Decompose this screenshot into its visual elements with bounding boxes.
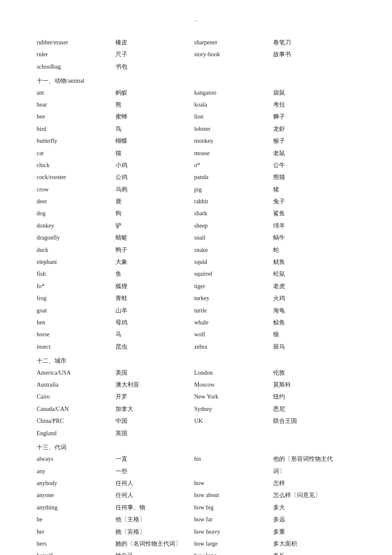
english-term: elephant <box>34 256 113 268</box>
chinese-translation: 大象 <box>113 256 192 268</box>
table-row: bird鸟lobster龙虾 <box>34 123 358 135</box>
english-term-2: whale <box>192 317 271 329</box>
table-row: chick小鸡o*公牛 <box>34 159 358 171</box>
english-term-2: shark <box>192 208 271 220</box>
chinese-translation: 鱼 <box>113 268 192 280</box>
page-number-top: - <box>34 17 358 24</box>
english-term: Cairo <box>34 391 113 403</box>
table-row: fish鱼squirrel松鼠 <box>34 268 358 280</box>
english-term-2: how <box>192 477 271 489</box>
chinese-translation-2 <box>271 61 358 73</box>
english-term: cat <box>34 147 113 159</box>
chinese-translation-2: 公牛 <box>271 159 358 171</box>
english-term-2: lobster <box>192 123 271 135</box>
chinese-translation: 她自己 <box>113 550 192 555</box>
chinese-translation-2: 龙虾 <box>271 123 358 135</box>
english-term: always <box>34 453 113 465</box>
english-term: butterfly <box>34 135 113 147</box>
table-row: Australia澳大利亚Moscow莫斯科 <box>34 379 358 391</box>
chinese-translation: 山羊 <box>113 305 192 317</box>
chinese-translation: 澳大利亚 <box>113 379 192 391</box>
english-term: hers <box>34 538 113 550</box>
english-term-2 <box>192 465 271 477</box>
english-term: dog <box>34 208 113 220</box>
english-term-2: how far <box>192 514 271 526</box>
chinese-translation-2: 多远 <box>271 514 358 526</box>
table-row: any一些词〕 <box>34 465 358 477</box>
chinese-translation-2: 猴子 <box>271 135 358 147</box>
english-term: anything <box>34 502 113 514</box>
chinese-translation-2: 海龟 <box>271 305 358 317</box>
chinese-translation: 鹿 <box>113 196 192 208</box>
english-term: goat <box>34 305 113 317</box>
chinese-translation-2: 兔子 <box>271 196 358 208</box>
table-row: butterfly蝴蝶monkey猴子 <box>34 135 358 147</box>
english-term: Canada/CAN <box>34 403 113 415</box>
english-term-2: how large <box>192 538 271 550</box>
chinese-translation: 马 <box>113 329 192 341</box>
chinese-translation: 鸭子 <box>113 244 192 256</box>
english-term-2: how long <box>192 550 271 555</box>
english-term: America/USA <box>34 367 113 379</box>
english-term: herself <box>34 550 113 555</box>
chinese-translation: 中国 <box>113 415 192 427</box>
chinese-translation-2: 鱿鱼 <box>271 256 358 268</box>
chinese-translation-2: 狼 <box>271 329 358 341</box>
english-term: her <box>34 526 113 538</box>
english-term-2: sharpener <box>192 37 271 49</box>
english-term-2: zebra <box>192 341 271 353</box>
chinese-translation-2: 伦敦 <box>271 367 358 379</box>
english-term: donkey <box>34 220 113 232</box>
table-row: hen母鸡whale鲸鱼 <box>34 317 358 329</box>
chinese-translation: 尺子 <box>113 49 192 61</box>
english-term: rubber/eraser <box>34 37 113 49</box>
chinese-translation: 狐狸 <box>113 280 192 292</box>
english-term: horse <box>34 329 113 341</box>
chinese-translation-2: 火鸡 <box>271 292 358 304</box>
table-row: England英国 <box>34 428 358 439</box>
english-term: anyone <box>34 489 113 501</box>
table-row: crow乌鸦pig猪 <box>34 184 358 196</box>
english-term-2 <box>192 428 271 439</box>
english-term-2: snail <box>192 232 271 244</box>
table-row: bear熊koala考拉 <box>34 99 358 111</box>
english-term: anybody <box>34 477 113 489</box>
chinese-translation: 任何人 <box>113 489 192 501</box>
chinese-translation-2: 考拉 <box>271 99 358 111</box>
table-row: anything任何事、物how big多大 <box>34 502 358 514</box>
english-term: ant <box>34 87 113 99</box>
chinese-translation-2: 狮子 <box>271 111 358 123</box>
chinese-translation-2: 悉尼 <box>271 403 358 415</box>
chinese-translation-2: 老虎 <box>271 280 358 292</box>
chinese-translation-2: 他的〔形容词性物主代 <box>271 453 358 465</box>
table-row: insect昆虫zebra斑马 <box>34 341 358 353</box>
chinese-translation-2: 绵羊 <box>271 220 358 232</box>
english-term-2: UK <box>192 415 271 427</box>
chinese-translation: 任何人 <box>113 477 192 489</box>
english-term-2: tiger <box>192 280 271 292</box>
chinese-translation: 美国 <box>113 367 192 379</box>
chinese-translation: 昆虫 <box>113 341 192 353</box>
english-term: fo* <box>34 280 113 292</box>
chinese-translation: 英国 <box>113 428 192 439</box>
table-row: frog青蛙turkey火鸡 <box>34 292 358 304</box>
chinese-translation: 蜻蜓 <box>113 232 192 244</box>
chinese-translation-2: 多大面积 <box>271 538 358 550</box>
chinese-translation-2: 莫斯科 <box>271 379 358 391</box>
table-row: bee蜜蜂lion狮子 <box>34 111 358 123</box>
english-term-2: panda <box>192 171 271 183</box>
english-term-2: lion <box>192 111 271 123</box>
chinese-translation: 青蛙 <box>113 292 192 304</box>
english-term: bear <box>34 99 113 111</box>
section-header-row: 十二、城市 <box>34 353 358 367</box>
chinese-translation-2: 松鼠 <box>271 268 358 280</box>
english-term: hen <box>34 317 113 329</box>
chinese-translation-2: 蛇 <box>271 244 358 256</box>
english-term-2: turtle <box>192 305 271 317</box>
table-row: cat猫mouse老鼠 <box>34 147 358 159</box>
english-term-2: story-book <box>192 49 271 61</box>
chinese-translation: 他〔主格〕 <box>113 514 192 526</box>
chinese-translation: 乌鸦 <box>113 184 192 196</box>
chinese-translation: 一直 <box>113 453 192 465</box>
english-term-2: mouse <box>192 147 271 159</box>
